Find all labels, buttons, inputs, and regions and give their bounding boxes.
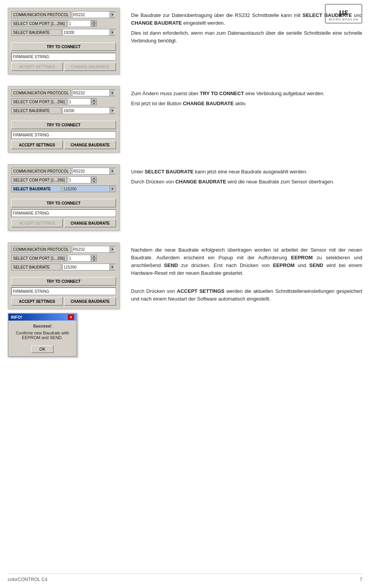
s4-spinner-up[interactable]: ▲ bbox=[91, 255, 97, 258]
section2-panel-area: COMMUNICATION PROTOCOL RS232 ▼ SELECT CO… bbox=[8, 86, 119, 153]
s3-baudrate-label: SELECT BAUDRATE bbox=[11, 185, 61, 192]
s1-baudrate-value: 19200 bbox=[64, 30, 109, 35]
s1-comm-protocol-row: COMMUNICATION PROTOCOL RS232 ▼ bbox=[11, 11, 116, 18]
page-content: COMMUNICATION PROTOCOL RS232 ▼ SELECT CO… bbox=[0, 0, 370, 384]
s2-spinner-down[interactable]: ▼ bbox=[91, 102, 97, 105]
s1-bottom-buttons: ACCEPT SETTINGS CHANGE BAUDRATE bbox=[11, 62, 116, 71]
s4-baudrate-row: SELECT BAUDRATE 115200 ▼ bbox=[11, 264, 116, 270]
s4-comm-protocol-dropdown[interactable]: RS232 ▼ bbox=[72, 246, 116, 253]
section3-text: Unter SELECT BAUDRATE kann jetzt eine ne… bbox=[131, 164, 362, 188]
s2-comm-protocol-dropdown[interactable]: RS232 ▼ bbox=[72, 89, 116, 96]
s3-com-port-input-group: 1 ▲ ▼ bbox=[68, 176, 116, 183]
s3-spinner-up[interactable]: ▲ bbox=[91, 176, 97, 180]
s3-change-baudrate-button[interactable]: CHANGE BAUDRATE bbox=[64, 219, 116, 227]
s2-accept-settings-button[interactable]: ACCEPT SETTINGS bbox=[11, 141, 63, 149]
s3-comm-protocol-dropdown[interactable]: RS232 ▼ bbox=[72, 168, 116, 175]
s2-try-connect-button[interactable]: TRY TO CONNECT bbox=[11, 121, 116, 129]
s4-com-port-row: SELECT COM PORT [1...256] 1 ▲ ▼ bbox=[11, 255, 116, 262]
s4-firmware-field: FIRMWARE STRING bbox=[11, 287, 116, 295]
s4-bottom-buttons: ACCEPT SETTINGS CHANGE BAUDRATE bbox=[11, 297, 116, 306]
logo-box: με MICRO-EPSILON bbox=[325, 4, 362, 24]
s4-try-connect-button[interactable]: TRY TO CONNECT bbox=[11, 277, 116, 286]
s2-comm-dropdown-arrow: ▼ bbox=[109, 90, 115, 96]
s3-baudrate-arrow: ▼ bbox=[109, 186, 115, 192]
section4-ui-panel: COMMUNICATION PROTOCOL RS232 ▼ SELECT CO… bbox=[8, 242, 119, 309]
s4-baudrate-value: 115200 bbox=[64, 265, 109, 269]
s4-com-port-label: SELECT COM PORT [1...256] bbox=[11, 255, 67, 262]
s2-bottom-buttons: ACCEPT SETTINGS CHANGE BAUDRATE bbox=[11, 141, 116, 149]
popup-close-button[interactable]: ✕ bbox=[68, 314, 74, 320]
s1-com-port-input[interactable]: 1 bbox=[68, 20, 91, 27]
s3-comm-protocol-label: COMMUNICATION PROTOCOL bbox=[11, 168, 71, 175]
section-3: COMMUNICATION PROTOCOL RS232 ▼ SELECT CO… bbox=[8, 164, 362, 231]
s2-com-port-row: SELECT COM PORT [1...256] 1 ▲ ▼ bbox=[11, 98, 116, 105]
section2-text: Zum Ändern muss zuerst über TRY TO CONNE… bbox=[131, 86, 362, 110]
s3-comm-protocol-value: RS232 bbox=[73, 169, 109, 173]
section1-ui-panel: COMMUNICATION PROTOCOL RS232 ▼ SELECT CO… bbox=[8, 8, 119, 74]
s2-para2: Erst jetzt ist der Button CHANGE BAUDRAT… bbox=[131, 100, 362, 108]
popup-title: INFO! bbox=[11, 315, 22, 319]
logo-area: με MICRO-EPSILON bbox=[325, 4, 362, 24]
s1-baudrate-dropdown[interactable]: 19200 ▼ bbox=[62, 29, 116, 36]
s2-com-port-label: SELECT COM PORT [1...256] bbox=[11, 98, 67, 105]
s1-change-baudrate-button[interactable]: CHANGE BAUDRATE bbox=[64, 62, 116, 71]
s1-accept-settings-button[interactable]: ACCEPT SETTINGS bbox=[11, 62, 63, 71]
s3-para1: Unter SELECT BAUDRATE kann jetzt eine ne… bbox=[131, 168, 362, 176]
s3-para2: Durch Drücken von CHANGE BAUDRATE wird d… bbox=[131, 178, 362, 186]
s3-try-connect-button[interactable]: TRY TO CONNECT bbox=[11, 199, 116, 207]
s3-com-port-spinner[interactable]: ▲ ▼ bbox=[91, 176, 97, 183]
popup-ok-button[interactable]: OK bbox=[31, 345, 54, 353]
s4-baudrate-label: SELECT BAUDRATE bbox=[11, 264, 61, 270]
s2-com-port-input-group: 1 ▲ ▼ bbox=[68, 98, 116, 105]
info-popup: INFO! ✕ Success! Confirme new Baudrate w… bbox=[8, 313, 77, 357]
s4-accept-settings-button[interactable]: ACCEPT SETTINGS bbox=[11, 297, 63, 306]
s4-spinner-down[interactable]: ▼ bbox=[91, 258, 97, 262]
s2-firmware-field: FIRMWARE STRING bbox=[11, 131, 116, 139]
section2-ui-panel: COMMUNICATION PROTOCOL RS232 ▼ SELECT CO… bbox=[8, 86, 119, 153]
s4-comm-protocol-value: RS232 bbox=[73, 247, 109, 252]
s3-baudrate-dropdown[interactable]: 115200 ▼ bbox=[62, 185, 116, 192]
s3-bottom-buttons: ACCEPT SETTINGS CHANGE BAUDRATE bbox=[11, 219, 116, 227]
s4-baudrate-arrow: ▼ bbox=[109, 264, 115, 270]
s1-com-port-label: SELECT COM PORT [1...256] bbox=[11, 20, 67, 27]
s4-com-port-input-group: 1 ▲ ▼ bbox=[68, 255, 116, 262]
s1-comm-dropdown-arrow: ▼ bbox=[109, 12, 115, 18]
s3-spinner-down[interactable]: ▼ bbox=[91, 180, 97, 183]
s3-firmware-field: FIRMWARE STRING bbox=[11, 209, 116, 217]
s2-com-port-spinner[interactable]: ▲ ▼ bbox=[91, 98, 97, 105]
s2-spinner-up[interactable]: ▲ bbox=[91, 98, 97, 102]
s1-spinner-up[interactable]: ▲ bbox=[91, 20, 97, 24]
section-4: COMMUNICATION PROTOCOL RS232 ▼ SELECT CO… bbox=[8, 242, 362, 357]
s4-comm-protocol-row: COMMUNICATION PROTOCOL RS232 ▼ bbox=[11, 246, 116, 253]
s2-baudrate-value: 19200 bbox=[64, 109, 109, 113]
s4-change-baudrate-button[interactable]: CHANGE BAUDRATE bbox=[64, 297, 116, 306]
s4-comm-protocol-label: COMMUNICATION PROTOCOL bbox=[11, 246, 71, 253]
section-2: COMMUNICATION PROTOCOL RS232 ▼ SELECT CO… bbox=[8, 86, 362, 153]
s1-spinner-down[interactable]: ▼ bbox=[91, 24, 97, 27]
s2-comm-protocol-value: RS232 bbox=[73, 91, 109, 95]
s4-comm-dropdown-arrow: ▼ bbox=[109, 246, 115, 252]
s2-com-port-input[interactable]: 1 bbox=[68, 98, 91, 105]
s1-try-connect-button[interactable]: TRY TO CONNECT bbox=[11, 42, 116, 51]
s1-baudrate-label: SELECT BAUDRATE bbox=[11, 29, 61, 36]
section4-panel-area: COMMUNICATION PROTOCOL RS232 ▼ SELECT CO… bbox=[8, 242, 119, 357]
s2-change-baudrate-button[interactable]: CHANGE BAUDRATE bbox=[64, 141, 116, 149]
s2-baudrate-dropdown[interactable]: 19200 ▼ bbox=[62, 107, 116, 114]
s4-com-port-input[interactable]: 1 bbox=[68, 255, 91, 262]
s1-firmware-field: FIRMWARE STRING bbox=[11, 53, 116, 60]
s2-comm-protocol-label: COMMUNICATION PROTOCOL bbox=[11, 89, 71, 96]
s4-para1: Nachdem die neue Baudrate erfolgreich üb… bbox=[131, 246, 362, 277]
section3-panel-area: COMMUNICATION PROTOCOL RS232 ▼ SELECT CO… bbox=[8, 164, 119, 231]
s1-comm-protocol-dropdown[interactable]: RS232 ▼ bbox=[72, 11, 116, 18]
s2-baudrate-arrow: ▼ bbox=[109, 108, 115, 114]
s3-com-port-input[interactable]: 1 bbox=[68, 176, 91, 183]
page-footer: colorCONTROL C4 7 bbox=[8, 573, 362, 582]
s3-accept-settings-button[interactable]: ACCEPT SETTINGS bbox=[11, 219, 63, 227]
s3-com-port-row: SELECT COM PORT [1...256] 1 ▲ ▼ bbox=[11, 176, 116, 183]
popup-content: Success! Confirme new Baudrate with EEPR… bbox=[8, 321, 76, 356]
section4-text: Nachdem die neue Baudrate erfolgreich üb… bbox=[131, 242, 362, 305]
s4-com-port-spinner[interactable]: ▲ ▼ bbox=[91, 255, 97, 262]
s1-com-port-spinner[interactable]: ▲ ▼ bbox=[91, 20, 97, 27]
s2-comm-protocol-row: COMMUNICATION PROTOCOL RS232 ▼ bbox=[11, 89, 116, 96]
s4-baudrate-dropdown[interactable]: 115200 ▼ bbox=[62, 264, 116, 270]
